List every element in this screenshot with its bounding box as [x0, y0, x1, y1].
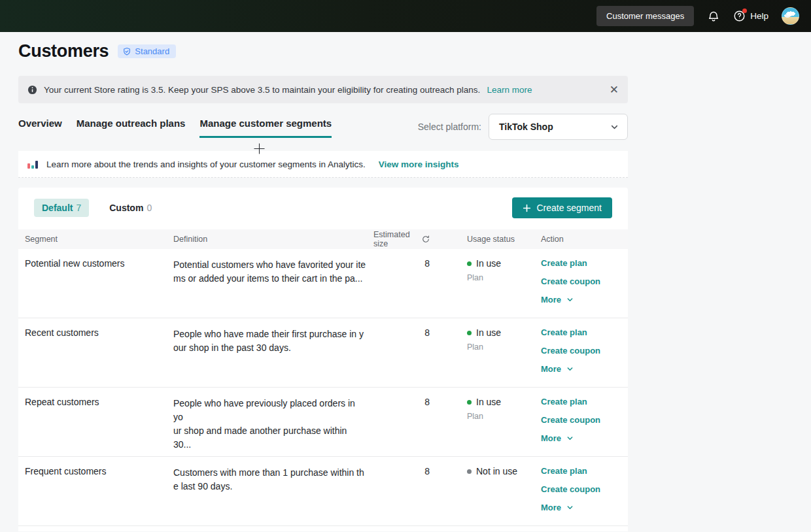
learn-more-link[interactable]: Learn more: [487, 85, 532, 95]
segment-type-switcher: Default 7 Custom 0 Create segment: [18, 197, 628, 218]
analytics-chart-icon: [27, 160, 38, 169]
usage-status: In use Plan: [430, 397, 541, 456]
status-sub-label: Plan: [467, 412, 541, 421]
estimated-size-value: 8: [373, 258, 430, 318]
main-content: Customers Standard Your current Store ra…: [18, 32, 628, 531]
more-label: More: [541, 503, 561, 512]
platform-select[interactable]: TikTok Shop: [489, 114, 628, 140]
create-coupon-link[interactable]: Create coupon: [541, 346, 600, 356]
create-coupon-link[interactable]: Create coupon: [541, 415, 600, 425]
create-coupon-link[interactable]: Create coupon: [541, 276, 600, 286]
status-label: In use: [476, 258, 501, 269]
status-sub-label: Plan: [467, 342, 541, 352]
tabs-row: Overview Manage outreach plans Manage cu…: [18, 118, 628, 140]
status-dot: [467, 331, 472, 335]
more-label: More: [541, 433, 561, 443]
table-header: Segment Definition Estimated size Usage …: [18, 229, 628, 249]
chevron-down-icon: [610, 123, 619, 131]
table-body: Potential new customers Potential custom…: [18, 249, 628, 526]
usage-status: Not in use: [430, 466, 541, 525]
avatar[interactable]: [782, 7, 799, 25]
chevron-down-icon: [566, 504, 574, 511]
customer-messages-button[interactable]: Customer messages: [596, 6, 694, 26]
table-row: Frequent customers Customers with more t…: [18, 457, 628, 526]
more-link[interactable]: More: [541, 503, 574, 512]
chevron-down-icon: [566, 296, 574, 303]
row-actions: Create plan Create coupon More: [541, 327, 628, 387]
chevron-down-icon: [566, 365, 574, 373]
shield-check-icon: [122, 47, 131, 56]
topbar: Customer messages Help: [0, 0, 811, 32]
segment-definition: People who have previously placed orders…: [173, 397, 373, 456]
segment-definition: People who have made their first purchas…: [173, 327, 373, 387]
create-plan-link[interactable]: Create plan: [541, 397, 587, 407]
table-row: Repeat customers People who have previou…: [18, 388, 628, 457]
row-actions: Create plan Create coupon More: [541, 258, 628, 318]
usage-status: In use Plan: [430, 327, 541, 387]
tabs: Overview Manage outreach plans Manage cu…: [18, 118, 332, 138]
estimated-size-value: 8: [373, 397, 430, 456]
refresh-icon[interactable]: [422, 235, 430, 243]
estimated-size-value: 8: [373, 327, 430, 387]
tab-overview[interactable]: Overview: [18, 118, 62, 138]
chevron-down-icon: [566, 435, 574, 442]
estimated-size-value: 8: [373, 466, 430, 525]
table-row: Potential new customers Potential custom…: [18, 249, 628, 318]
more-link[interactable]: More: [541, 433, 574, 443]
notification-dot: [742, 8, 747, 13]
col-segment: Segment: [25, 235, 173, 244]
view-more-insights-link[interactable]: View more insights: [379, 159, 459, 169]
col-action: Action: [541, 235, 628, 244]
help-button[interactable]: Help: [733, 10, 768, 22]
tab-manage-customer-segments[interactable]: Manage customer segments: [199, 118, 332, 138]
default-segments-tab[interactable]: Default 7: [34, 199, 89, 217]
table-row: Recent customers People who have made th…: [18, 318, 628, 388]
create-plan-link[interactable]: Create plan: [541, 466, 587, 476]
segment-name: Frequent customers: [25, 466, 173, 525]
insights-banner: Learn more about the trends and insights…: [18, 151, 628, 178]
more-link[interactable]: More: [541, 364, 574, 374]
custom-tab-count: 0: [147, 203, 152, 213]
segment-name: Potential new customers: [25, 258, 173, 318]
status-dot: [467, 261, 472, 266]
create-segment-button[interactable]: Create segment: [512, 197, 612, 218]
segments-card: Default 7 Custom 0 Create segment Segmen…: [18, 188, 628, 531]
banner-close-icon[interactable]: ✕: [610, 84, 619, 95]
standard-badge-label: Standard: [135, 46, 169, 56]
plus-icon: [523, 204, 531, 212]
col-estimated-size: Estimated size: [373, 230, 430, 248]
create-segment-label: Create segment: [536, 203, 602, 213]
more-label: More: [541, 295, 561, 305]
segment-name: Recent customers: [25, 327, 173, 387]
segment-definition: Customers with more than 1 purchase with…: [173, 466, 373, 525]
status-dot: [467, 400, 472, 405]
banner-text: Your current Store rating is 3.5. Keep y…: [44, 85, 480, 95]
platform-selector: Select platform: TikTok Shop: [418, 114, 628, 140]
col-usage-status: Usage status: [430, 235, 541, 244]
platform-select-value: TikTok Shop: [499, 122, 553, 132]
custom-segments-tab[interactable]: Custom 0: [109, 203, 152, 213]
help-question-icon: [733, 10, 746, 22]
info-icon: [27, 85, 37, 95]
status-label: In use: [476, 327, 501, 338]
status-dot: [467, 469, 472, 474]
estimated-size-label: Estimated size: [373, 230, 418, 248]
status-sub-label: Plan: [467, 273, 541, 282]
default-tab-count: 7: [76, 203, 81, 213]
tab-manage-outreach-plans[interactable]: Manage outreach plans: [77, 118, 186, 138]
status-label: Not in use: [476, 466, 517, 476]
segment-name: Repeat customers: [25, 397, 173, 456]
status-label: In use: [476, 397, 501, 407]
custom-tab-label: Custom: [109, 203, 143, 213]
notifications-bell-icon[interactable]: [707, 10, 720, 23]
create-plan-link[interactable]: Create plan: [541, 258, 587, 268]
default-tab-label: Default: [42, 203, 73, 213]
standard-badge: Standard: [118, 44, 176, 58]
create-plan-link[interactable]: Create plan: [541, 327, 587, 337]
create-coupon-link[interactable]: Create coupon: [541, 484, 600, 494]
page-title: Customers: [18, 41, 109, 61]
segment-definition: Potential customers who have favorited y…: [173, 258, 373, 318]
more-link[interactable]: More: [541, 295, 574, 305]
select-platform-label: Select platform:: [418, 122, 481, 132]
more-label: More: [541, 364, 561, 374]
